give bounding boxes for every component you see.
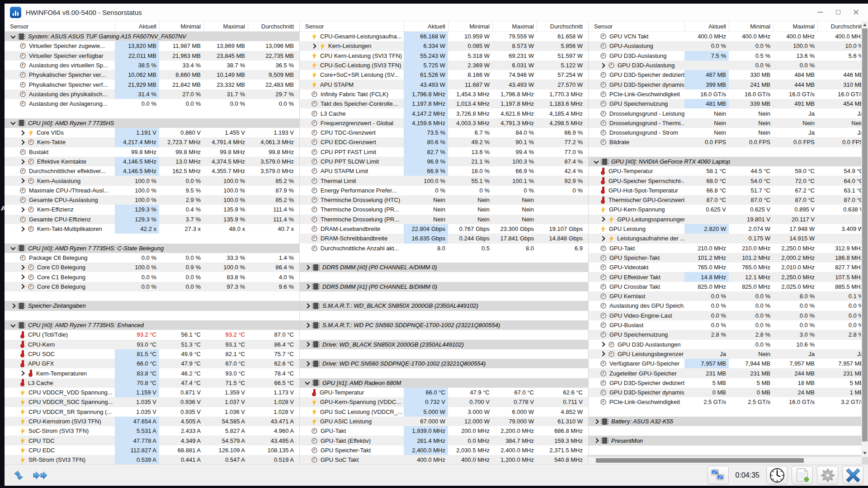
sensor-row[interactable]: Leistungsaufnahme der ...0.175 W14.915 W bbox=[589, 234, 868, 243]
column-header-aktuell[interactable]: Aktuell bbox=[115, 21, 159, 31]
sensor-group-header[interactable]: DDR5 DIMM [#0] (P0 CHANNEL A/DIMM 0) bbox=[300, 263, 588, 272]
chevron-right-icon[interactable] bbox=[311, 43, 316, 48]
column-header-maximal[interactable]: Maximal bbox=[492, 21, 537, 31]
chevron-right-icon[interactable] bbox=[600, 63, 605, 68]
sensor-row[interactable]: Auslastung des GPU Speich...0.0 %0.0 %0.… bbox=[589, 301, 868, 310]
sensor-group-header[interactable]: CPU [#0]: AMD Ryzen 7 7735HS bbox=[5, 118, 299, 128]
sensor-group-header[interactable]: Drive: WD PC SN560 SDDPNQE-1T00-1002 (23… bbox=[300, 359, 588, 368]
sensor-row[interactable]: GPU D3D-Auslastung7.5 %0.5 %13.6 %5.6 % bbox=[589, 51, 868, 61]
chevron-right-icon[interactable] bbox=[19, 130, 24, 135]
sensor-row[interactable]: Kern-Takte4,217.4 MHz2,723.7 MHz4,791.4 … bbox=[5, 137, 299, 147]
sensor-row[interactable]: SR-Strom (SVI3 TFN)0.539 A0.441 A0.547 A… bbox=[5, 455, 299, 464]
chevron-right-icon[interactable] bbox=[600, 217, 605, 222]
sensor-row[interactable]: CPU PPT SLOW Limit96.9 %21.1 %100.3 %87.… bbox=[300, 157, 588, 166]
sensor-row[interactable]: APU STAPM43.493 W11.687 W43.493 W27.570 … bbox=[300, 80, 588, 89]
sensor-row[interactable]: Virtueller Speicher zugewie...13,820 MB1… bbox=[5, 41, 299, 51]
sensor-row[interactable]: CPU-Kernstrom (SVI3 TFN)47.654 A4.505 A5… bbox=[5, 417, 299, 426]
chevron-right-icon[interactable] bbox=[600, 236, 605, 241]
sensor-row[interactable]: L3 Cache70.8 °C47.4 °C71.5 °C66.5 °C bbox=[5, 378, 299, 388]
sensor-row[interactable]: Package C6 Belegung0.0 %0.0 %33.3 %1.4 % bbox=[5, 253, 299, 263]
chevron-right-icon[interactable] bbox=[19, 178, 24, 183]
sensor-row[interactable]: CPU SOC81.5 °C49.9 °C82.1 °C75.7 °C bbox=[5, 349, 299, 359]
sensor-group-header[interactable]: CPU [#0]: AMD Ryzen 7 7735HS: Enhanced bbox=[5, 320, 299, 330]
chevron-right-icon[interactable] bbox=[19, 274, 24, 279]
sensor-row[interactable]: GPU LeistungsbegrenzerJaNeinJaJa bbox=[589, 349, 868, 359]
sensor-row[interactable]: Physikalischer Speicher verf...21,929 MB… bbox=[5, 80, 299, 89]
chevron-down-icon[interactable] bbox=[10, 33, 15, 38]
sensor-row[interactable]: Auslastung des virtuellen Sp...38.5 %33.… bbox=[5, 61, 299, 70]
sensor-row[interactable]: GPU-Buslast0.0 %0.0 %0.0 %0.0 % bbox=[589, 320, 868, 330]
chevron-down-icon[interactable] bbox=[594, 159, 599, 164]
sensor-row[interactable]: GPU Speichernutzung481 MB339 MB491 MB454… bbox=[589, 99, 868, 108]
sensor-row[interactable]: Bildrate0.0 FPS0.0 FPS0.0 FPS0.0 FPS bbox=[589, 137, 868, 147]
sensor-row[interactable]: Drosselungsgrund - StromNeinNeinJaJa bbox=[589, 128, 868, 137]
sensor-row[interactable]: GPU D3D-Speicher dediziert5 MB5 MB18 MB5… bbox=[589, 378, 868, 388]
chevron-right-icon[interactable] bbox=[19, 207, 24, 212]
sensor-row[interactable]: Gesamte CPU-Effizienz129.3 %3.7 %135.9 %… bbox=[5, 215, 299, 224]
column-header-sensor[interactable]: Sensor bbox=[300, 21, 404, 31]
sensor-row[interactable]: GPU Effektiver Takt14.8 MHz12.1 MHz2,250… bbox=[589, 272, 868, 282]
sensor-group-header[interactable]: PresentMon bbox=[589, 436, 868, 445]
column-header-minimal[interactable]: Minimal bbox=[159, 21, 203, 31]
chevron-right-icon[interactable] bbox=[19, 159, 24, 164]
sensor-row[interactable]: PCIe-Link-Geschwindigkeit2.5 GT/s2.5 GT/… bbox=[589, 397, 868, 407]
sensor-row[interactable]: CPU Kern-Leistung (SVI3 TFN)55.243 W5.31… bbox=[300, 51, 588, 61]
chevron-right-icon[interactable] bbox=[10, 303, 15, 308]
sensor-row[interactable]: Effektive Kerntakte4,146.5 MHz13.0 MHz4,… bbox=[5, 157, 299, 166]
sensor-row[interactable]: Core C0 Belegung100.0 %0.9 %100.0 %86.4 … bbox=[5, 263, 299, 272]
chevron-right-icon[interactable] bbox=[305, 265, 310, 270]
sensor-row[interactable]: Auslastung der Auslagerung...0.0 %0.0 %0… bbox=[5, 99, 299, 108]
chevron-right-icon[interactable] bbox=[600, 342, 605, 347]
sensor-group-header[interactable]: System: ASUS ASUS TUF Gaming A15 FA507NV… bbox=[5, 32, 299, 41]
sensor-row[interactable]: CPU VDDCR_VDD Spannung...1.159 V0.871 V1… bbox=[5, 388, 299, 397]
sensor-row[interactable]: Physikalischer Speicher ver...10,062 MB8… bbox=[5, 70, 299, 80]
maximize-button[interactable] bbox=[829, 5, 847, 19]
sensor-row[interactable]: GPU D3D-Speicher dynamisch0 MB0 MB24 MB1… bbox=[589, 388, 868, 397]
column-header-maximal[interactable]: Maximal bbox=[203, 21, 248, 31]
chevron-right-icon[interactable] bbox=[305, 303, 310, 308]
sensor-row[interactable]: GPU-Videotakt765.0 MHz765.0 MHz2,010.0 M… bbox=[589, 263, 868, 272]
sensor-row[interactable]: GPU Video-Engine-Last0.0 %0.0 %0.0 %0.0 … bbox=[589, 311, 868, 320]
sensor-row[interactable]: GPU-Takt (Effektiv)281.4 MHz0.0 MHz384.7… bbox=[300, 436, 588, 445]
sensor-row[interactable]: Core C1 Belegung0.0 %0.0 %83.8 %4.0 % bbox=[5, 272, 299, 282]
sensor-row[interactable]: CPU PPT FAST Limit82.7 %13.6 %99.4 %77.0… bbox=[300, 147, 588, 157]
sensor-row[interactable]: Kern-Takt-Multiplikatoren42.2 x27.3 x48.… bbox=[5, 224, 299, 234]
sensor-row[interactable]: Frequenzgrenzwert - Global4,159.6 MHz4,0… bbox=[300, 118, 588, 128]
sensor-row[interactable]: Thermischer GPU-Grenzwert87.0 °C87.0 °C8… bbox=[589, 195, 868, 205]
scroll-up-arrow-icon[interactable] bbox=[863, 23, 867, 26]
sensor-row[interactable]: PCIe-Link-Geschwindigkeit16.0 GT/s16.0 G… bbox=[589, 89, 868, 99]
clock-timer-button[interactable] bbox=[766, 466, 788, 484]
sensor-row[interactable]: GPU-Takt210.0 MHz210.0 MHz2,250.0 MHz312… bbox=[589, 244, 868, 253]
sensor-row[interactable]: CPU TDC-Grenzwert73.5 %6.7 %84.0 %66.9 % bbox=[300, 128, 588, 137]
column-header-durchschnitt[interactable]: Durchschnitt bbox=[537, 21, 588, 31]
sensor-row[interactable]: GPU D3D Auslastungen0.0 %10.6 % bbox=[589, 340, 868, 349]
sensor-row[interactable]: DRAM-Lesebandbreite22.804 Gbps0.767 Gbps… bbox=[300, 224, 588, 234]
vertical-scroll-thumb[interactable] bbox=[862, 28, 868, 441]
sensor-row[interactable]: GPU-Takt1,939.0 MHz200.0 MHz2,200.0 MHz6… bbox=[300, 426, 588, 436]
remote-monitoring-button[interactable] bbox=[708, 466, 729, 484]
sensor-row[interactable]: Verfügbarer GPU-Speicher7,957 MB7,944 MB… bbox=[589, 359, 868, 368]
sensor-group-header[interactable]: Battery: ASUS A32-K55 bbox=[589, 417, 868, 426]
sensor-group-header[interactable]: Speicher-Zeitangaben bbox=[5, 301, 299, 310]
sensor-row[interactable]: CPU-Kern93.0 °C51.3 °C93.1 °C86.4 °C bbox=[5, 340, 299, 349]
column-header-maximal[interactable]: Maximal bbox=[773, 21, 817, 31]
chevron-down-icon[interactable] bbox=[305, 380, 310, 385]
sensor-row[interactable]: GPU SoC Takt400.0 MHz400.0 MHz1,200.0 MH… bbox=[300, 455, 588, 464]
sensor-group-header[interactable]: S.M.A.R.T.: WD PC SN560 SDDPNQE-1T00-100… bbox=[300, 320, 588, 330]
sensor-group-header[interactable]: CPU [#0]: AMD Ryzen 7 7735HS: C-State Be… bbox=[5, 244, 299, 253]
sensor-row[interactable]: GPU-Auslastung0.0 %0.0 %100.0 %10.0 % bbox=[589, 41, 868, 51]
sensor-row[interactable]: CPU-Gesamt-Leistungsaufna...66.168 W10.9… bbox=[300, 32, 588, 41]
sensor-row[interactable]: GPU SoC Leistung (VDDCR_...5.000 W3.000 … bbox=[300, 407, 588, 417]
sensor-row[interactable]: GPU D3D-Speicher dediziert467 MB330 MB48… bbox=[589, 70, 868, 80]
close-sensors-button[interactable] bbox=[842, 466, 863, 484]
sensor-row[interactable]: Kern-Temperaturen83.8 °C46.2 °C93.0 °C78… bbox=[5, 368, 299, 378]
chevron-right-icon[interactable] bbox=[19, 226, 24, 231]
sensor-row[interactable]: CPU EDC112.827 A68.881 A126.109 A108.135… bbox=[5, 446, 299, 455]
sensor-row[interactable]: L3 Cache4,147.2 MHz3,726.8 MHz4,621.6 MH… bbox=[300, 108, 588, 118]
sensor-row[interactable]: GPU-Speicher Sperrschicht-...68.0 °C54.0… bbox=[589, 176, 868, 185]
sensor-row[interactable]: GPU VCN Takt400.0 MHz400.0 MHz400.0 MHz4… bbox=[589, 32, 868, 41]
sensor-row[interactable]: Energy Performance Prefer...0 %0 %0 %0 % bbox=[300, 186, 588, 195]
sensor-row[interactable]: GPU Leistung2.820 W2.074 W17.948 W3.409 … bbox=[589, 224, 868, 234]
sensor-row[interactable]: GPU D3D-Auslastung0.0 %0.0 % bbox=[589, 61, 868, 70]
sensor-row[interactable]: Kern-Leistungen6.334 W0.085 W8.573 W5.85… bbox=[300, 41, 588, 51]
